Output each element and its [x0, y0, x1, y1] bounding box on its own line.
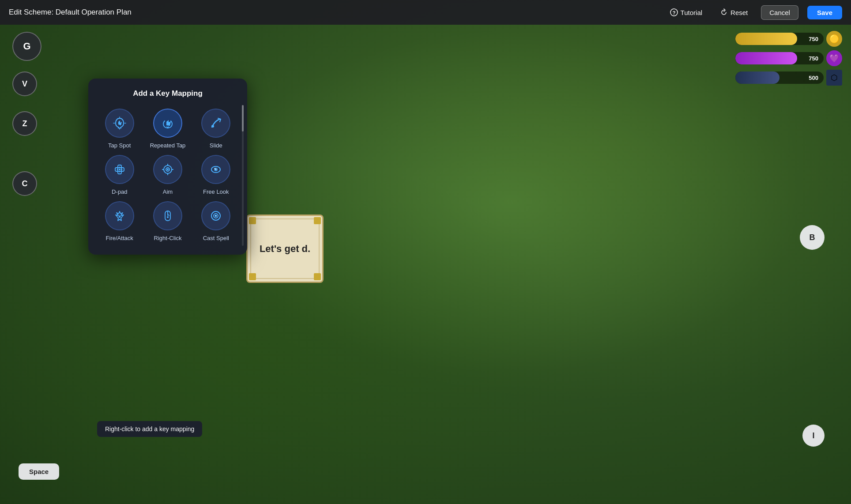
title-bar-title: Edit Scheme: Default Operation Plan [9, 8, 132, 17]
gold-resource: 750 🟡 [735, 31, 842, 47]
dpad-icon-circle [105, 155, 134, 184]
repeated-tap-label: Repeated Tap [150, 142, 186, 150]
key-v[interactable]: V [12, 71, 37, 96]
dark-resource: 500 ⬡ [735, 70, 842, 86]
elixir-icon: 💜 [826, 50, 842, 66]
mapping-item-fire-attack[interactable]: Fire/Attack [97, 201, 142, 242]
gold-value: 750 [809, 36, 818, 42]
svg-point-15 [215, 168, 216, 169]
gold-fill [735, 33, 797, 45]
dark-value: 500 [809, 75, 818, 81]
svg-text:?: ? [672, 10, 675, 15]
tutorial-button[interactable]: ? Tutorial [666, 6, 707, 19]
resources-panel: 750 🟡 750 💜 500 ⬡ [735, 31, 842, 86]
popup-scroll-thumb [242, 105, 244, 132]
elixir-track: 750 [735, 52, 824, 64]
gold-icon: 🟡 [826, 31, 842, 47]
repeated-tap-icon-circle [153, 109, 182, 138]
cast-spell-label: Cast Spell [203, 235, 229, 242]
tap-spot-icon-circle [105, 109, 134, 138]
mapping-item-repeated-tap[interactable]: Repeated Tap [145, 109, 190, 150]
dark-fill [735, 71, 779, 84]
save-button[interactable]: Save [807, 6, 842, 19]
svg-point-16 [215, 169, 216, 170]
fire-attack-label: Fire/Attack [106, 235, 133, 242]
key-mapping-popup: Add a Key Mapping Tap Spot [88, 79, 247, 255]
cast-spell-icon-circle [201, 201, 230, 230]
repeated-tap-icon [159, 115, 176, 132]
tutorial-label: Tutorial [681, 9, 702, 16]
slide-icon [207, 115, 224, 132]
mapping-item-aim[interactable]: Aim [145, 155, 190, 196]
svg-point-2 [211, 125, 214, 128]
free-look-label: Free Look [203, 188, 229, 196]
popup-grid: Tap Spot Repeated Tap [97, 109, 238, 242]
dpad-icon [111, 161, 128, 178]
dpad-label: D-pad [112, 188, 127, 196]
svg-point-5 [119, 169, 120, 170]
mapping-item-cast-spell[interactable]: Cast Spell [194, 201, 238, 242]
key-z[interactable]: Z [12, 111, 37, 136]
aim-icon [159, 161, 176, 178]
mapping-item-tap-spot[interactable]: Tap Spot [97, 109, 142, 150]
title-bar-actions: ? Tutorial Reset Cancel Save [666, 5, 842, 20]
slide-icon-circle [201, 109, 230, 138]
cast-spell-icon [207, 207, 224, 224]
fire-attack-icon-circle [105, 201, 134, 230]
popup-title: Add a Key Mapping [97, 89, 238, 98]
elixir-fill [735, 52, 797, 64]
right-click-icon [159, 207, 176, 224]
popup-scrollbar[interactable] [242, 105, 244, 246]
mapping-item-dpad[interactable]: D-pad [97, 155, 142, 196]
cancel-button[interactable]: Cancel [761, 5, 798, 20]
svg-point-22 [215, 215, 216, 216]
gold-track: 750 [735, 33, 824, 45]
title-bar: Edit Scheme: Default Operation Plan ? Tu… [0, 0, 851, 25]
tap-spot-label: Tap Spot [108, 142, 131, 150]
elixir-value: 750 [809, 55, 818, 62]
elixir-resource: 750 💜 [735, 50, 842, 66]
svg-point-12 [167, 169, 169, 170]
right-click-label: Right-Click [154, 235, 182, 242]
key-g[interactable]: G [12, 32, 41, 61]
tap-spot-icon [111, 115, 128, 132]
key-b[interactable]: B [800, 225, 825, 250]
free-look-icon [207, 161, 224, 178]
key-i[interactable]: I [802, 425, 825, 447]
mapping-item-right-click[interactable]: Right-Click [145, 201, 190, 242]
free-look-icon-circle [201, 155, 230, 184]
question-icon: ? [670, 8, 678, 16]
key-c[interactable]: C [12, 171, 37, 196]
aim-label: Aim [163, 188, 173, 196]
reset-label: Reset [731, 9, 748, 16]
reset-button[interactable]: Reset [715, 6, 752, 19]
reset-icon [720, 8, 728, 16]
fire-attack-icon [111, 207, 128, 224]
mapping-item-free-look[interactable]: Free Look [194, 155, 238, 196]
slide-label: Slide [210, 142, 222, 150]
tooltip: Right-click to add a key mapping [97, 421, 202, 437]
dark-track: 500 [735, 71, 824, 84]
space-key[interactable]: Space [19, 463, 59, 480]
mapping-item-slide[interactable]: Slide [194, 109, 238, 150]
svg-point-18 [167, 216, 169, 218]
tooltip-text: Right-click to add a key mapping [105, 425, 194, 433]
aim-icon-circle [153, 155, 182, 184]
right-click-icon-circle [153, 201, 182, 230]
dark-icon: ⬡ [826, 70, 842, 86]
